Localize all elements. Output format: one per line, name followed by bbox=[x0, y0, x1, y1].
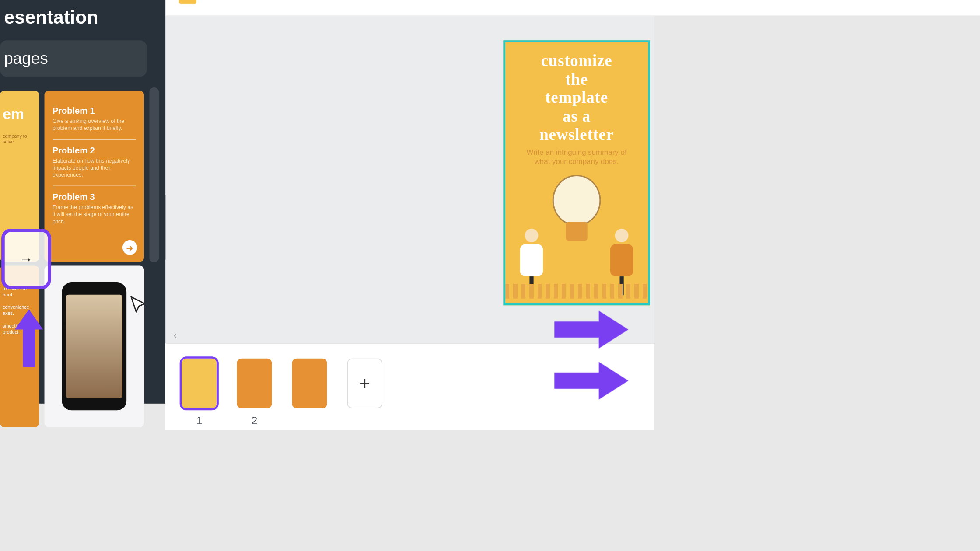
page-subheading: Write an intriguing summary of what your… bbox=[505, 146, 648, 171]
canvas-toolbar bbox=[165, 0, 980, 16]
thumb-h: Problem 2 bbox=[52, 145, 136, 155]
annotation-arrow-right bbox=[554, 362, 628, 399]
highlight-callout-box: → bbox=[1, 229, 51, 289]
filmstrip-page-2[interactable]: 2 bbox=[237, 359, 272, 431]
arrow-circle-icon: ➜ bbox=[122, 240, 137, 255]
filmstrip-page-3[interactable] bbox=[292, 359, 327, 431]
pages-button[interactable]: pages bbox=[0, 40, 147, 77]
thumb-h: Problem 1 bbox=[52, 105, 136, 115]
page-number: 1 bbox=[182, 415, 217, 427]
page-thumb-2-right[interactable] bbox=[45, 266, 144, 427]
annotation-arrow-right bbox=[554, 311, 628, 349]
page-number: 2 bbox=[237, 415, 272, 427]
color-swatch-icon[interactable] bbox=[179, 0, 196, 4]
thumb-title: em bbox=[0, 91, 39, 123]
page-thumb-1-right[interactable]: Problem 1 Give a striking overview of th… bbox=[45, 91, 144, 262]
cursor-icon bbox=[128, 295, 144, 315]
annotation-arrow-up bbox=[15, 309, 43, 370]
thumb-p: Give a striking overview of the problem … bbox=[52, 119, 136, 133]
thumb-h: Problem 3 bbox=[52, 192, 136, 202]
page-illustration bbox=[505, 171, 648, 298]
arrow-right-icon: → bbox=[20, 251, 33, 266]
plus-icon: + bbox=[347, 359, 382, 408]
thumb-p: Frame the problems effectively as it wil… bbox=[52, 204, 136, 225]
filmstrip-page-1[interactable]: 1 bbox=[182, 359, 217, 431]
page-heading: customize the template as a newsletter bbox=[505, 42, 648, 146]
chevron-left-icon[interactable]: ‹ bbox=[174, 330, 177, 341]
phone-mockup bbox=[62, 282, 126, 410]
sidebar-scrollbar[interactable] bbox=[149, 87, 159, 262]
design-title: esentation bbox=[0, 0, 165, 35]
thumb-sub: company to solve. bbox=[0, 123, 39, 145]
selected-page[interactable]: customize the template as a newsletter W… bbox=[503, 40, 650, 305]
lightbulb-icon bbox=[548, 174, 605, 248]
thumb-p: Elaborate on how this negatively impacts… bbox=[52, 158, 136, 179]
add-page-button[interactable]: + bbox=[347, 359, 382, 431]
